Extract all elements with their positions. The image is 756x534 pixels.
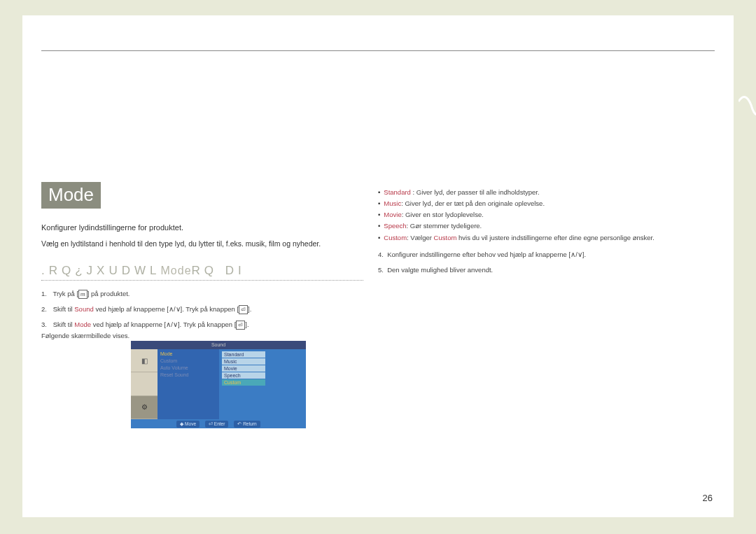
step3-a: Skift til [53,321,75,328]
side-wave-decoration [738,87,756,140]
bullet-speech: Speech: Gør stemmer tydeligere. [378,220,721,232]
menu-icon: m [78,290,88,299]
subheading-post: RQ DI [192,264,246,277]
subheading-mode: Mode [161,265,192,276]
b-standard-l: Standard [384,188,411,196]
intro-text-2: Vælg en lydtilstand i henhold til den ty… [41,239,321,248]
section-title: Mode [41,182,101,209]
osd-sidebar: ◧ ⚙ [131,349,158,419]
osd-nav-enter: ⏎ Enter [205,421,228,428]
osd-navbar: ◆ Move ⏎ Enter ↶ Return [131,419,306,428]
osd-side-gear: ⚙ [131,396,158,419]
b-movie-l: Movie [384,211,401,218]
bullet-custom: Custom: Vælger Custom hvis du vil juster… [378,232,721,244]
step-3: 3. Skift til Mode ved hjælp af knapperne… [41,319,370,342]
step1-a: Tryk på [ [52,290,78,297]
step2-d: ]. [248,305,251,313]
osd-menu-col: Mode Custom Auto Volume Reset Sound [158,349,219,419]
bullet-standard: Standard : Giver lyd, der passer til all… [378,187,721,198]
osd-menu-reset: Reset Sound [160,372,216,377]
b-speech-t: : Gør stemmer tydeligere. [407,222,482,230]
bullet-movie: Movie: Giver en stor lydoplevelse. [378,209,721,220]
step3-d: ]. [245,321,248,328]
b-custom-t2: hvis du vil justere indstillingerne efte… [456,234,654,241]
b-movie-t: : Giver en stor lydoplevelse. [402,211,484,218]
step-1: 1. Tryk på [m] på produktet. [41,288,370,300]
step3-b: ved hjælp af knapperne [ [91,321,166,328]
step4-text: Konfigurer indstillingerne efter behov v… [387,251,586,258]
step-num: 3. [41,319,51,330]
b-custom-t1: : Vælger [407,234,434,241]
top-rule [41,50,715,51]
b-music-l: Music [384,199,401,207]
document-page: Mode Konfigurer lydindstillingerne for p… [22,15,734,517]
osd-screenshot: Sound ◧ ⚙ Mode Custom Auto Volume Reset … [131,341,306,428]
step3-mode: Mode [74,321,91,328]
step2-b: ved hjælp af knapperne [ [94,305,169,313]
step2-sound: Sound [74,305,93,313]
subheading-pre: .RQ¿JXUDWL [41,264,161,277]
step-num: 1. [41,288,51,300]
osd-opt-movie: Movie [222,365,265,372]
step2-c: ]. Tryk på knappen [ [181,305,239,313]
osd-menu-autovol: Auto Volume [160,365,216,370]
osd-menu-mode: Mode [160,351,216,356]
b-standard-t: : Giver lyd, der passer til alle indhold… [411,188,540,196]
step5-text: Den valgte mulighed bliver anvendt. [387,266,493,274]
intro-text-1: Konfigurer lydindstillingerne for produk… [41,223,183,232]
mode-bullets: Standard : Giver lyd, der passer til all… [378,187,721,244]
step-num: 2. [41,304,51,315]
step-5: 5. Den valgte mulighed bliver anvendt. [378,265,721,276]
step2-a: Skift til [53,305,75,313]
osd-side-1: ◧ [131,349,158,372]
step3-c: ]. Tryk på knappen [ [178,321,236,328]
osd-opt-music: Music [222,358,265,365]
osd-nav-return: ↶ Return [234,421,260,428]
steps-list: 1. Tryk på [m] på produktet. 2. Skift ti… [41,288,370,346]
step3-e: Følgende skærmbillede vises. [41,332,130,339]
b-music-t: : Giver lyd, der er tæt på den originale… [401,199,545,207]
right-column: Standard : Giver lyd, der passer til all… [378,187,721,276]
osd-body: ◧ ⚙ Mode Custom Auto Volume Reset Sound … [131,349,306,419]
osd-options-col: Standard Music Movie Speech Custom [219,349,268,419]
b-custom-l2: Custom [434,234,457,241]
page-number: 26 [703,493,713,503]
step-4: 4. Konfigurer indstillingerne efter beho… [378,249,721,260]
osd-title: Sound [131,341,306,349]
osd-opt-speech: Speech [222,372,265,379]
enter-icon: ⏎ [239,305,248,314]
b-custom-l: Custom [384,234,407,241]
step1-b: ] på produktet. [88,290,130,297]
osd-opt-standard: Standard [222,351,265,358]
osd-opt-custom: Custom [222,379,265,386]
osd-nav-move: ◆ Move [176,421,200,428]
b-speech-l: Speech [384,222,406,230]
enter-icon: ⏎ [236,321,245,330]
osd-menu-custom: Custom [160,358,216,363]
step-2: 2. Skift til Sound ved hjælp af knappern… [41,304,370,315]
osd-side-2 [131,372,158,395]
bullet-music: Music: Giver lyd, der er tæt på den orig… [378,198,721,209]
sub-heading: .RQ¿JXUDWLModeRQ DI [41,264,363,281]
